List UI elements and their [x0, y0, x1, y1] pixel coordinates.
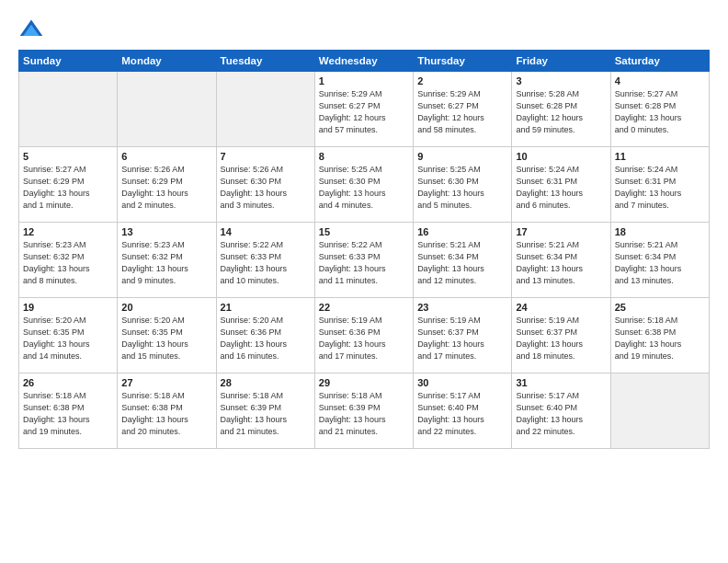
calendar-cell: 8Sunrise: 5:25 AM Sunset: 6:30 PM Daylig…: [314, 147, 413, 223]
weekday-header-wednesday: Wednesday: [314, 51, 413, 72]
day-number: 30: [417, 377, 507, 388]
day-info: Sunrise: 5:27 AM Sunset: 6:29 PM Dayligh…: [23, 164, 113, 212]
calendar-cell: [610, 373, 709, 449]
header: [18, 17, 710, 42]
day-info: Sunrise: 5:23 AM Sunset: 6:32 PM Dayligh…: [23, 239, 113, 287]
day-info: Sunrise: 5:21 AM Sunset: 6:34 PM Dayligh…: [615, 239, 705, 287]
day-number: 9: [417, 151, 507, 162]
calendar-cell: 5Sunrise: 5:27 AM Sunset: 6:29 PM Daylig…: [19, 147, 118, 223]
day-info: Sunrise: 5:29 AM Sunset: 6:27 PM Dayligh…: [417, 88, 507, 136]
calendar-cell: 19Sunrise: 5:20 AM Sunset: 6:35 PM Dayli…: [19, 298, 118, 373]
weekday-header-thursday: Thursday: [414, 51, 512, 72]
week-row-3: 12Sunrise: 5:23 AM Sunset: 6:32 PM Dayli…: [19, 223, 710, 298]
calendar-cell: 15Sunrise: 5:22 AM Sunset: 6:33 PM Dayli…: [314, 223, 413, 298]
day-number: 20: [121, 302, 211, 313]
calendar-cell: 1Sunrise: 5:29 AM Sunset: 6:27 PM Daylig…: [314, 72, 413, 147]
weekday-header-monday: Monday: [118, 51, 216, 72]
day-info: Sunrise: 5:19 AM Sunset: 6:36 PM Dayligh…: [319, 315, 409, 362]
day-number: 19: [23, 302, 113, 313]
logo-icon: [18, 17, 44, 42]
calendar-cell: 9Sunrise: 5:25 AM Sunset: 6:30 PM Daylig…: [414, 147, 512, 223]
day-info: Sunrise: 5:17 AM Sunset: 6:40 PM Dayligh…: [417, 390, 507, 438]
calendar-cell: 6Sunrise: 5:26 AM Sunset: 6:29 PM Daylig…: [118, 147, 216, 223]
weekday-header-tuesday: Tuesday: [216, 51, 314, 72]
day-info: Sunrise: 5:26 AM Sunset: 6:30 PM Dayligh…: [221, 164, 311, 212]
week-row-2: 5Sunrise: 5:27 AM Sunset: 6:29 PM Daylig…: [19, 147, 710, 223]
weekday-header-saturday: Saturday: [610, 51, 709, 72]
calendar-cell: 11Sunrise: 5:24 AM Sunset: 6:31 PM Dayli…: [610, 147, 709, 223]
day-number: 3: [516, 75, 606, 86]
day-number: 18: [615, 226, 705, 237]
day-info: Sunrise: 5:21 AM Sunset: 6:34 PM Dayligh…: [417, 239, 507, 287]
calendar-cell: 20Sunrise: 5:20 AM Sunset: 6:35 PM Dayli…: [118, 298, 216, 373]
day-info: Sunrise: 5:19 AM Sunset: 6:37 PM Dayligh…: [417, 315, 507, 362]
day-number: 25: [615, 302, 705, 313]
day-info: Sunrise: 5:25 AM Sunset: 6:30 PM Dayligh…: [319, 164, 409, 212]
day-info: Sunrise: 5:28 AM Sunset: 6:28 PM Dayligh…: [516, 88, 606, 136]
day-info: Sunrise: 5:20 AM Sunset: 6:35 PM Dayligh…: [23, 315, 113, 362]
calendar-cell: 7Sunrise: 5:26 AM Sunset: 6:30 PM Daylig…: [216, 147, 314, 223]
day-number: 8: [319, 151, 409, 162]
day-number: 16: [417, 226, 507, 237]
day-info: Sunrise: 5:22 AM Sunset: 6:33 PM Dayligh…: [221, 239, 311, 287]
day-info: Sunrise: 5:25 AM Sunset: 6:30 PM Dayligh…: [417, 164, 507, 212]
day-info: Sunrise: 5:18 AM Sunset: 6:38 PM Dayligh…: [615, 315, 705, 362]
calendar-cell: 24Sunrise: 5:19 AM Sunset: 6:37 PM Dayli…: [512, 298, 610, 373]
calendar-cell: 28Sunrise: 5:18 AM Sunset: 6:39 PM Dayli…: [216, 373, 314, 449]
weekday-header-sunday: Sunday: [19, 51, 118, 72]
day-number: 22: [319, 302, 409, 313]
calendar-cell: 12Sunrise: 5:23 AM Sunset: 6:32 PM Dayli…: [19, 223, 118, 298]
day-number: 23: [417, 302, 507, 313]
day-number: 12: [23, 226, 113, 237]
day-number: 24: [516, 302, 606, 313]
calendar-cell: 21Sunrise: 5:20 AM Sunset: 6:36 PM Dayli…: [216, 298, 314, 373]
day-info: Sunrise: 5:26 AM Sunset: 6:29 PM Dayligh…: [121, 164, 211, 212]
calendar-cell: 17Sunrise: 5:21 AM Sunset: 6:34 PM Dayli…: [512, 223, 610, 298]
calendar-cell: 3Sunrise: 5:28 AM Sunset: 6:28 PM Daylig…: [512, 72, 610, 147]
calendar-cell: 2Sunrise: 5:29 AM Sunset: 6:27 PM Daylig…: [414, 72, 512, 147]
day-info: Sunrise: 5:18 AM Sunset: 6:38 PM Dayligh…: [121, 390, 211, 438]
day-info: Sunrise: 5:18 AM Sunset: 6:39 PM Dayligh…: [221, 390, 311, 438]
day-info: Sunrise: 5:27 AM Sunset: 6:28 PM Dayligh…: [615, 88, 705, 136]
day-info: Sunrise: 5:19 AM Sunset: 6:37 PM Dayligh…: [516, 315, 606, 362]
calendar-cell: 18Sunrise: 5:21 AM Sunset: 6:34 PM Dayli…: [610, 223, 709, 298]
day-number: 29: [319, 377, 409, 388]
day-info: Sunrise: 5:24 AM Sunset: 6:31 PM Dayligh…: [615, 164, 705, 212]
day-number: 4: [615, 75, 705, 86]
calendar-cell: 29Sunrise: 5:18 AM Sunset: 6:39 PM Dayli…: [314, 373, 413, 449]
calendar-cell: 22Sunrise: 5:19 AM Sunset: 6:36 PM Dayli…: [314, 298, 413, 373]
calendar-cell: 14Sunrise: 5:22 AM Sunset: 6:33 PM Dayli…: [216, 223, 314, 298]
calendar-cell: [118, 72, 216, 147]
day-number: 14: [221, 226, 311, 237]
day-number: 11: [615, 151, 705, 162]
day-number: 1: [319, 75, 409, 86]
day-number: 21: [221, 302, 311, 313]
day-number: 31: [516, 377, 606, 388]
page: SundayMondayTuesdayWednesdayThursdayFrid…: [0, 0, 728, 563]
day-number: 26: [23, 377, 113, 388]
logo: [18, 17, 48, 42]
calendar-cell: 25Sunrise: 5:18 AM Sunset: 6:38 PM Dayli…: [610, 298, 709, 373]
day-number: 5: [23, 151, 113, 162]
calendar-cell: 23Sunrise: 5:19 AM Sunset: 6:37 PM Dayli…: [414, 298, 512, 373]
week-row-4: 19Sunrise: 5:20 AM Sunset: 6:35 PM Dayli…: [19, 298, 710, 373]
weekday-header-row: SundayMondayTuesdayWednesdayThursdayFrid…: [19, 51, 710, 72]
calendar-cell: 30Sunrise: 5:17 AM Sunset: 6:40 PM Dayli…: [414, 373, 512, 449]
day-number: 2: [417, 75, 507, 86]
day-number: 7: [221, 151, 311, 162]
calendar-cell: [19, 72, 118, 147]
day-info: Sunrise: 5:22 AM Sunset: 6:33 PM Dayligh…: [319, 239, 409, 287]
day-info: Sunrise: 5:20 AM Sunset: 6:36 PM Dayligh…: [221, 315, 311, 362]
day-number: 15: [319, 226, 409, 237]
day-number: 17: [516, 226, 606, 237]
day-number: 6: [121, 151, 211, 162]
weekday-header-friday: Friday: [512, 51, 610, 72]
calendar-cell: 4Sunrise: 5:27 AM Sunset: 6:28 PM Daylig…: [610, 72, 709, 147]
day-number: 28: [221, 377, 311, 388]
calendar-cell: 26Sunrise: 5:18 AM Sunset: 6:38 PM Dayli…: [19, 373, 118, 449]
calendar-cell: 16Sunrise: 5:21 AM Sunset: 6:34 PM Dayli…: [414, 223, 512, 298]
week-row-1: 1Sunrise: 5:29 AM Sunset: 6:27 PM Daylig…: [19, 72, 710, 147]
day-info: Sunrise: 5:20 AM Sunset: 6:35 PM Dayligh…: [121, 315, 211, 362]
week-row-5: 26Sunrise: 5:18 AM Sunset: 6:38 PM Dayli…: [19, 373, 710, 449]
calendar-cell: 31Sunrise: 5:17 AM Sunset: 6:40 PM Dayli…: [512, 373, 610, 449]
